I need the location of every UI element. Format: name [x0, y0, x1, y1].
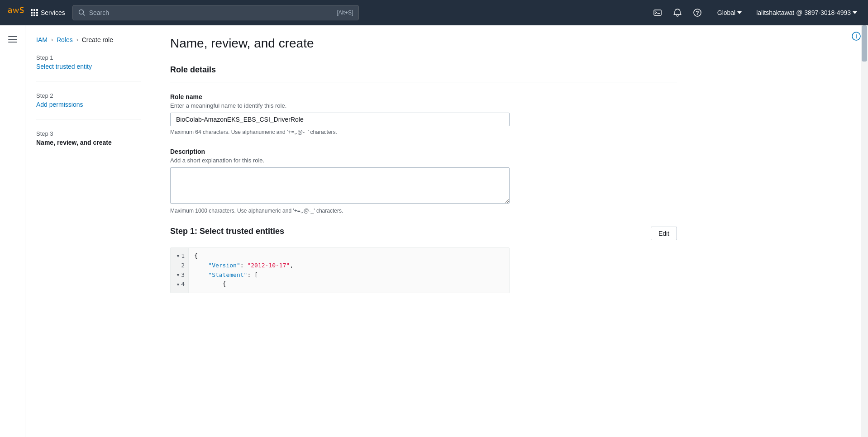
description-input[interactable] [170, 167, 510, 204]
step3-group: Step 3 Name, review, and create [36, 130, 141, 157]
role-name-note: Maximum 64 characters. Use alphanumeric … [170, 129, 677, 135]
code-content: { "Version": "2012-10-17", "Statement": … [189, 248, 509, 293]
code-line-1: { [194, 252, 504, 261]
main-wrapper: IAM › Roles › Create role Step 1 Select … [25, 25, 868, 437]
code-line-3: "Statement": [ [194, 271, 504, 280]
sidebar [0, 25, 25, 437]
services-menu[interactable]: Services [31, 9, 65, 16]
role-name-input[interactable] [170, 113, 510, 126]
step3-current: Name, review, and create [36, 139, 141, 146]
svg-rect-2 [654, 10, 661, 15]
scrollbar-thumb[interactable] [862, 25, 867, 62]
edit-button[interactable]: Edit [651, 227, 677, 240]
code-line-num-4: ▼ 4 [174, 280, 185, 289]
breadcrumb-sep-1: › [51, 37, 53, 43]
step2-link[interactable]: Add permissions [36, 101, 83, 108]
region-selector[interactable]: Global [714, 9, 745, 16]
help-icon: ? [693, 8, 702, 17]
trusted-policy-code-block: ▼ 1 2 ▼ 3 ▼ 4 [170, 247, 510, 293]
step2-label: Step 2 [36, 92, 141, 99]
search-bar[interactable]: [Alt+S] [72, 5, 359, 20]
notifications-button[interactable] [668, 4, 687, 22]
cloudshell-icon [653, 8, 662, 17]
code-line-numbers: ▼ 1 2 ▼ 3 ▼ 4 [171, 248, 189, 293]
grid-icon [31, 9, 38, 16]
code-line-num-1: ▼ 1 [174, 252, 185, 261]
nav-icons: ? [649, 4, 706, 22]
code-line-2: "Version": "2012-10-17", [194, 261, 504, 271]
role-details-title: Role details [170, 65, 677, 75]
description-label: Description [170, 148, 677, 155]
step1-select-title: Step 1: Select trusted entities [170, 227, 284, 236]
user-menu[interactable]: lalitshaktawat @ 3897-3018-4993 [753, 9, 861, 16]
aws-logo[interactable] [7, 5, 24, 21]
breadcrumb-current: Create role [82, 36, 113, 43]
svg-text:i: i [855, 33, 857, 40]
content-area: IAM › Roles › Create role Step 1 Select … [25, 25, 868, 322]
step1-label: Step 1 [36, 54, 141, 61]
breadcrumb: IAM › Roles › Create role [36, 36, 141, 43]
role-name-field-group: Role name Enter a meaningful name to ide… [170, 93, 677, 135]
description-field-group: Description Add a short explanation for … [170, 148, 677, 214]
description-note: Maximum 1000 characters. Use alphanumeri… [170, 208, 677, 214]
svg-text:?: ? [696, 10, 699, 16]
top-navigation: Services [Alt+S] ? [0, 0, 868, 25]
info-icon[interactable]: i [852, 32, 861, 43]
user-label: lalitshaktawat @ 3897-3018-4993 [756, 9, 851, 16]
step1-group: Step 1 Select trusted entity [36, 54, 141, 81]
svg-line-1 [83, 14, 85, 16]
step3-label: Step 3 [36, 130, 141, 137]
breadcrumb-roles[interactable]: Roles [57, 36, 73, 43]
right-panel: Name, review, and create Role details Ro… [152, 36, 695, 311]
help-button[interactable]: ? [688, 4, 706, 22]
search-icon [78, 9, 86, 16]
role-name-hint: Enter a meaningful name to identify this… [170, 102, 677, 109]
user-chevron-icon [853, 11, 857, 14]
services-label: Services [41, 9, 65, 16]
breadcrumb-sep-2: › [76, 37, 78, 43]
code-line-num-3: ▼ 3 [174, 271, 185, 280]
code-line-4: { [194, 280, 504, 289]
page-title: Name, review, and create [170, 36, 677, 51]
search-input[interactable] [89, 9, 334, 16]
aws-logo-icon [7, 5, 24, 21]
code-line-num-2: 2 [174, 261, 185, 271]
step1-select-section: Step 1: Select trusted entities Edit [170, 227, 677, 240]
cloudshell-button[interactable] [649, 4, 667, 22]
scrollbar[interactable] [861, 25, 868, 437]
description-hint: Add a short explanation for this role. [170, 157, 677, 164]
chevron-down-icon [737, 11, 742, 14]
left-panel: IAM › Roles › Create role Step 1 Select … [25, 36, 152, 311]
step2-group: Step 2 Add permissions [36, 92, 141, 119]
hamburger-menu[interactable] [5, 33, 21, 46]
section-divider-1 [170, 82, 677, 82]
search-shortcut: [Alt+S] [337, 10, 353, 16]
region-label: Global [717, 9, 735, 16]
bell-icon [673, 8, 682, 17]
role-name-label: Role name [170, 93, 677, 100]
step1-link[interactable]: Select trusted entity [36, 63, 92, 70]
breadcrumb-iam[interactable]: IAM [36, 36, 48, 43]
